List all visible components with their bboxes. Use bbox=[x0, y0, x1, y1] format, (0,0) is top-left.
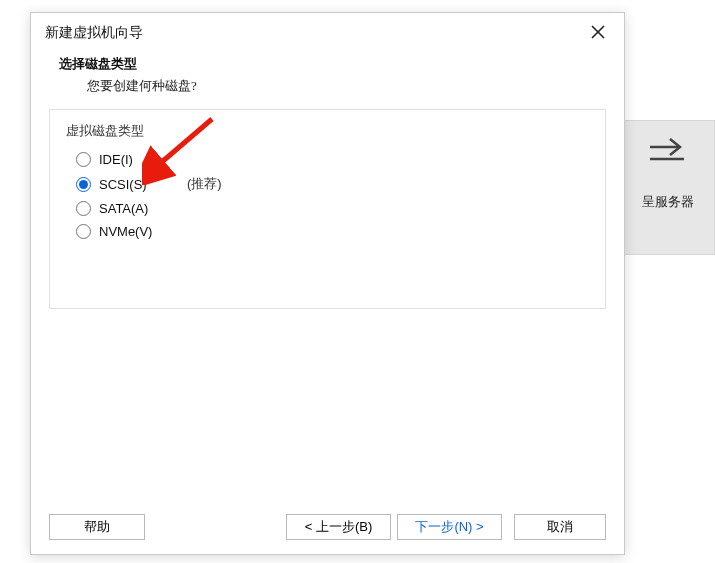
radio-sata[interactable] bbox=[76, 201, 91, 216]
close-button[interactable] bbox=[586, 21, 610, 45]
subheader-description: 您要创建何种磁盘? bbox=[59, 73, 600, 95]
radio-option-sata[interactable]: SATA(A) bbox=[76, 201, 589, 216]
radio-label: NVMe(V) bbox=[99, 224, 169, 239]
radio-ide[interactable] bbox=[76, 152, 91, 167]
new-vm-wizard-dialog: 新建虚拟机向导 选择磁盘类型 您要创建何种磁盘? 虚拟磁盘类型 IDE(I) S… bbox=[30, 12, 625, 555]
radio-option-scsi[interactable]: SCSI(S) (推荐) bbox=[76, 175, 589, 193]
background-panel-label: 呈服务器 bbox=[642, 193, 694, 211]
dialog-subheader: 选择磁盘类型 您要创建何种磁盘? bbox=[31, 51, 624, 109]
radio-label: IDE(I) bbox=[99, 152, 169, 167]
radio-option-ide[interactable]: IDE(I) bbox=[76, 152, 589, 167]
close-icon bbox=[591, 25, 605, 42]
next-button[interactable]: 下一步(N) > bbox=[397, 514, 502, 540]
dialog-title: 新建虚拟机向导 bbox=[45, 24, 143, 42]
subheader-title: 选择磁盘类型 bbox=[59, 55, 600, 73]
radio-label: SCSI(S) bbox=[99, 177, 169, 192]
cancel-button[interactable]: 取消 bbox=[514, 514, 606, 540]
group-label: 虚拟磁盘类型 bbox=[66, 122, 589, 140]
dialog-spacer bbox=[31, 309, 624, 504]
dialog-header: 新建虚拟机向导 bbox=[31, 13, 624, 51]
radio-nvme[interactable] bbox=[76, 224, 91, 239]
radio-label: SATA(A) bbox=[99, 201, 169, 216]
radio-hint: (推荐) bbox=[187, 175, 222, 193]
arrow-right-icon bbox=[648, 133, 688, 163]
disk-type-group: 虚拟磁盘类型 IDE(I) SCSI(S) (推荐) SATA(A) NVMe(… bbox=[49, 109, 606, 309]
background-server-panel: 呈服务器 bbox=[620, 120, 715, 255]
dialog-footer: 帮助 < 上一步(B) 下一步(N) > 取消 bbox=[31, 504, 624, 554]
radio-scsi[interactable] bbox=[76, 177, 91, 192]
radio-option-nvme[interactable]: NVMe(V) bbox=[76, 224, 589, 239]
back-button[interactable]: < 上一步(B) bbox=[286, 514, 391, 540]
help-button[interactable]: 帮助 bbox=[49, 514, 145, 540]
